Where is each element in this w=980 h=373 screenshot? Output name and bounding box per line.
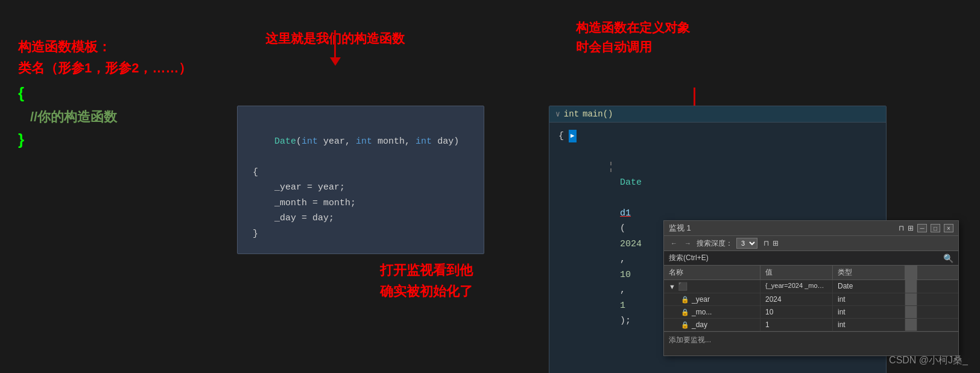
watch-footer-text: 添加要监视... [669,336,711,344]
watch-back-btn[interactable]: ← [669,239,679,247]
watch-col-type: 类型 [833,266,905,279]
watch-depth-select[interactable]: 3 1 2 4 5 [736,238,757,249]
watch-pin3-icon[interactable]: ⊓ [763,239,769,247]
watch-table-header: 名称 值 类型 [664,266,958,280]
expand-icon[interactable]: ▼ [669,283,675,290]
table-row: ▼ ⬛ {_year=2024 _month=... Date [664,280,958,293]
csdn-watermark: CSDN @小柯J桑_ [889,354,968,367]
watch-col-scroll [905,266,917,279]
watch-close-btn[interactable]: × [944,224,953,232]
watch-pin2-icon[interactable]: ⊞ [908,224,914,232]
watch-forward-btn[interactable]: → [683,239,693,247]
lock-icon: 🔒 [681,321,689,329]
lock-icon: 🔒 [681,308,689,316]
watch-pin-icon[interactable]: ⊓ [899,224,904,232]
table-row: 🔒 _day 1 int [664,319,958,331]
watch-window: 监视 1 ⊓ ⊞ ─ □ × ← → 搜索深度： 3 1 2 4 5 ⊓ ⊞ 搜… [663,220,959,356]
object-icon: ⬛ [678,282,688,291]
watch-titlebar: 监视 1 ⊓ ⊞ ─ □ × [664,221,958,236]
watch-search-bar: 搜索(Ctrl+E) 🔍 [664,251,958,266]
watch-footer: 添加要监视... [664,331,958,347]
arrow-down-middle [330,30,341,66]
watch-table-body: ▼ ⬛ {_year=2024 _month=... Date 🔒 _year … [664,280,958,331]
top-right-annotation: 构造函数在定义对象 时会自动调用 [576,18,690,56]
lock-icon: 🔒 [681,296,689,304]
watch-col-value: 值 [760,266,833,279]
left-annotation: 构造函数模板： 类名（形参1，形参2，……） { //你的构造函数 } [18,36,192,153]
code-block-constructor: Date(int year, int month, int day) { _ye… [237,106,484,254]
watch-col-name: 名称 [664,266,760,279]
watch-toolbar: ← → 搜索深度： 3 1 2 4 5 ⊓ ⊞ [664,236,958,251]
table-row: 🔒 _mo... 10 int [664,306,958,319]
watch-title: 监视 1 [669,223,691,234]
watch-minimize-btn[interactable]: ─ [917,224,927,232]
table-row: 🔒 _year 2024 int [664,293,958,306]
bottom-annotation: 打开监视看到他 确实被初始化了 [380,260,473,302]
watch-grid-icon[interactable]: ⊞ [773,239,779,247]
watch-maximize-btn[interactable]: □ [931,224,940,232]
watch-search-icon[interactable]: 🔍 [943,253,953,263]
